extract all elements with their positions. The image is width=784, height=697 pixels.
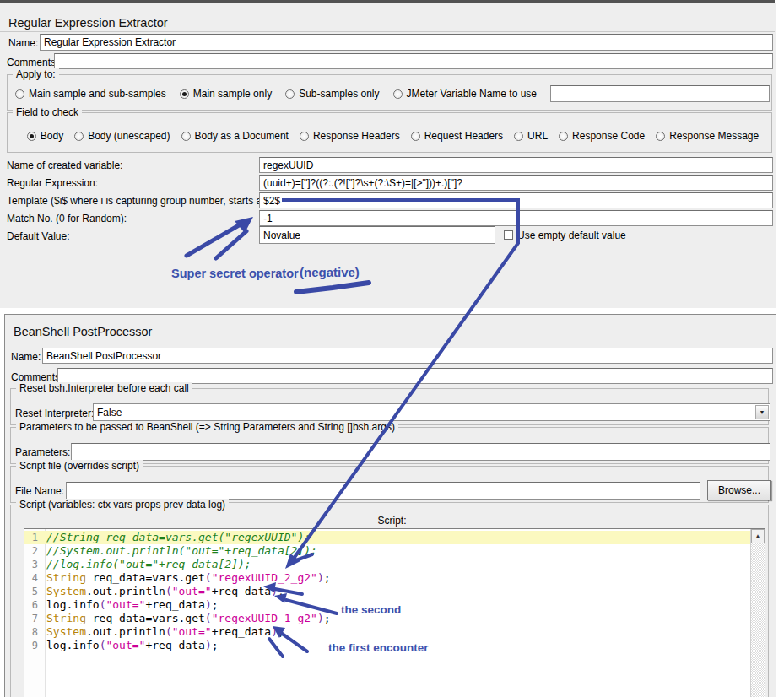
radio-label: URL [527,130,548,142]
annotation-negative: (negative) [300,265,360,279]
radio-response-code[interactable]: Response Code [559,130,645,142]
radio-icon [514,132,523,141]
radio-icon [15,89,24,99]
bsh-name-input[interactable] [42,348,773,364]
radio-label: Body [41,130,63,142]
radio-label: Request Headers [424,130,503,142]
radio-icon [411,132,420,141]
use-empty-default-label: Use empty default value [517,230,626,241]
radio-icon [656,132,665,141]
script-header: Script: [0,515,784,527]
jmeter-variable-input[interactable] [550,85,770,102]
reset-interpreter-legend: Reset bsh.Interpreter before each call [16,382,192,394]
name-input[interactable] [40,34,773,51]
line-number: 5 [24,586,38,597]
line-number: 9 [24,640,38,651]
apply-to-legend: Apply to: [13,68,59,80]
title-separator [5,343,776,343]
radio-sub-samples-only[interactable]: Sub-samples only [285,88,379,100]
radio-label: Response Headers [313,130,400,142]
radio-selected-icon [180,89,189,99]
script-line: 3//log.info("out="+req_data[2]); [24,558,750,571]
page-title: Regular Expression Extractor [8,16,168,30]
radio-main-sample-only[interactable]: Main sample only [180,88,272,100]
created-variable-label: Name of created variable: [7,159,122,171]
field-to-check-legend: Field to check [13,106,82,118]
radio-icon [300,132,309,141]
annotation-super-secret: Super secret operator [171,267,299,280]
regular-expression-input[interactable] [259,175,773,191]
script-line: 2//System.out.println("out="+req_data[2]… [24,544,750,558]
radio-main-sample-and-sub-samples[interactable]: Main sample and sub-samples [15,88,166,100]
line-number: 6 [24,599,38,611]
default-value-input[interactable] [259,226,495,244]
reset-interpreter-select[interactable]: False ▼ [93,403,770,421]
script-line: 1//String req_data=vars.get("regexUUID")… [24,531,750,544]
radio-label: Body as a Document [195,130,289,142]
script-line: 5System.out.println("out="+req_data); [24,585,750,598]
browse-button[interactable]: Browse... [707,480,771,500]
radio-jmeter-variable-name[interactable]: JMeter Variable Name to use [393,88,538,100]
line-number: 2 [24,545,38,557]
radio-response-message[interactable]: Response Message [656,130,759,142]
radio-label: JMeter Variable Name to use [407,88,538,100]
radio-label: Response Code [572,130,645,142]
radio-body-unescaped[interactable]: Body (unescaped) [74,130,170,142]
template-label: Template ($i$ where i is capturing group… [7,195,279,207]
radio-icon [285,89,295,99]
radio-request-headers[interactable]: Request Headers [411,130,503,142]
radio-body-as-document[interactable]: Body as a Document [181,130,289,142]
field-to-check-options: Body Body (unescaped) Body as a Document… [14,127,772,145]
radio-icon [393,89,403,99]
file-name-label: File Name: [15,485,64,497]
radio-body[interactable]: Body [27,130,63,142]
annotation-the-second: the second [341,603,401,616]
radio-icon [74,132,84,141]
match-no-label: Match No. (0 for Random): [7,213,127,224]
bsh-name-label: Name: [11,351,41,363]
use-empty-default-checkbox[interactable] [504,230,513,240]
default-value-label: Default Value: [7,230,70,242]
line-number: 7 [24,613,38,624]
file-name-input[interactable] [66,482,700,500]
chevron-down-icon[interactable]: ▼ [755,405,769,419]
line-number: 3 [24,559,38,570]
jmeter-window: Regular Expression Extractor Name: Comme… [0,0,784,697]
line-number: 1 [24,532,38,543]
radio-icon [181,132,191,141]
scroll-up-icon[interactable]: ▲ [751,529,765,543]
name-label: Name: [8,37,38,49]
script-file-legend: Script file (overrides script) [16,460,143,472]
reset-interpreter-label: Reset Interpreter: [15,408,94,419]
radio-label: Main sample and sub-samples [29,88,166,100]
parameters-input[interactable] [71,443,770,461]
radio-label: Sub-samples only [299,88,379,100]
title-separator [0,31,775,32]
parameters-legend: Parameters to be passed to BeanShell (=>… [16,421,398,433]
line-number: 4 [24,572,38,584]
regular-expression-label: Regular Expression: [7,177,98,189]
line-number: 8 [24,626,38,638]
comments-input[interactable] [54,53,773,69]
radio-response-headers[interactable]: Response Headers [300,130,400,142]
match-no-input[interactable] [259,210,773,226]
reset-interpreter-value: False [97,407,122,419]
radio-selected-icon [27,132,36,141]
annotation-first-encounter: the first encounter [328,641,429,654]
radio-icon [559,132,568,141]
radio-label: Body (unescaped) [88,130,170,142]
script-group-legend: Script (variables: ctx vars props prev d… [16,499,229,511]
apply-to-options: Main sample and sub-samples Main sample … [15,84,770,103]
script-scrollbar[interactable]: ▲ [750,529,765,697]
beanshell-title: BeanShell PostProcessor [14,325,152,338]
comments-label: Comments: [7,57,58,68]
script-line: 8System.out.println("out="+req_data); [24,625,750,639]
radio-label: Response Message [669,130,759,142]
bsh-comments-label: Comments: [11,371,62,383]
radio-url[interactable]: URL [514,130,548,142]
radio-label: Main sample only [193,88,272,100]
template-input[interactable] [259,192,773,208]
created-variable-input[interactable] [259,157,773,173]
script-line: 4String req_data=vars.get("regexUUID_2_g… [24,571,750,585]
parameters-label: Parameters: [15,446,70,458]
